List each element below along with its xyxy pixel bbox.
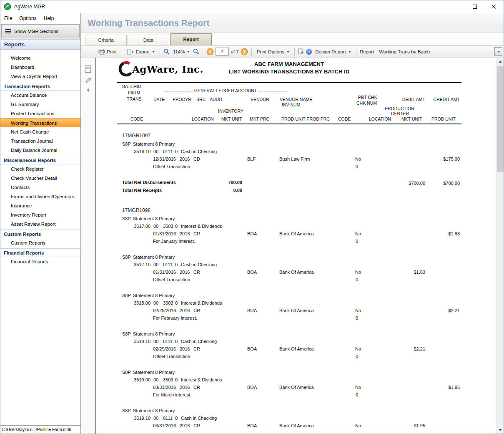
print-options-button[interactable]: Print Options xyxy=(255,48,291,55)
close-icon xyxy=(491,4,496,9)
sidebar-item-daily-balance-journal[interactable]: Daily Balance Journal xyxy=(0,146,80,155)
sidebar-item-check-register[interactable]: Check Register xyxy=(0,164,80,174)
prt-chk-flag: No xyxy=(355,346,361,351)
trans-date: 02/29/2016 xyxy=(153,308,176,313)
minimize-button[interactable] xyxy=(446,0,465,13)
export-label: Export xyxy=(136,49,150,54)
vertical-scrollbar[interactable] xyxy=(496,58,504,434)
close-button[interactable] xyxy=(484,0,504,13)
sidebar-item-financial-reports[interactable]: Financial Reports xyxy=(0,257,80,266)
tab-data[interactable]: Data xyxy=(128,35,169,45)
src-code: CD xyxy=(193,156,200,161)
vendor-code: BOA xyxy=(247,385,257,390)
trans-date: 03/31/2016 xyxy=(153,423,176,428)
menu-options[interactable]: Options xyxy=(19,15,36,21)
collapse-panel-icon[interactable] xyxy=(87,88,89,92)
menu-file[interactable]: File xyxy=(4,15,12,21)
sidebar-item-gl-summary[interactable]: GL Summary xyxy=(0,100,80,109)
current-page-input[interactable]: 4 xyxy=(216,48,229,56)
sidebar-item-contacts[interactable]: Contacts xyxy=(0,183,80,192)
gl-description: Cash in Checking xyxy=(181,416,217,421)
printer-icon xyxy=(98,49,105,55)
sidebar-item-dashboard[interactable]: Dashboard xyxy=(0,63,80,72)
report-row: S8PStatement 8 Primary xyxy=(98,370,496,377)
report-selector-combo[interactable]: Working Trans by Batch xyxy=(376,47,502,56)
page-export-icon[interactable] xyxy=(298,48,304,55)
pen-icon[interactable] xyxy=(85,77,91,83)
print-button[interactable]: Print xyxy=(97,48,118,56)
sidebar-item-posted-transactions[interactable]: Posted Transactions xyxy=(0,109,80,118)
vendor-name: Bank Of America xyxy=(279,270,314,275)
menu-help[interactable]: Help xyxy=(44,15,54,21)
toolbar-separator xyxy=(160,48,160,56)
export-button[interactable]: Export xyxy=(125,48,156,56)
sidebar-item-custom-reports[interactable]: Custom Reports xyxy=(0,238,80,247)
trans-number: 3517.00 xyxy=(118,224,150,229)
sidebar-item-view-a-crystal-report[interactable]: View a Crystal Report xyxy=(0,72,80,81)
trans-date: 01/31/2016 xyxy=(153,231,176,236)
report-body: 17MGR1097S8PStatement 8 Primary3516.1000… xyxy=(98,124,496,434)
prod-year: 2016 xyxy=(180,156,190,161)
sidebar-item-asset-review-report[interactable]: Asset Review Report xyxy=(0,220,80,229)
main-area: Working Transactions Report Criteria Dat… xyxy=(81,13,504,434)
report-row: 3516.100001110Cash in Checking xyxy=(98,149,496,156)
src-code: CR xyxy=(193,231,200,236)
report-row: 03/31/20162016CRBOABank Of AmericaNo$1.9… xyxy=(98,423,496,431)
report-viewer: AgWare, Inc. ABC FARM MANAGEMENT LIST WO… xyxy=(81,58,504,434)
trans-note: For March interest. xyxy=(153,392,191,397)
report-selector-value: Working Trans by Batch xyxy=(376,49,430,54)
statement-name: Statement 8 Primary xyxy=(133,216,175,221)
gl-code: 3503 xyxy=(163,377,173,382)
prt-chk-flag: No xyxy=(355,156,361,161)
statement-code: S8P xyxy=(122,255,131,260)
sidebar-item-net-cash-change[interactable]: Net Cash Change xyxy=(0,127,80,136)
vendor-code: BOA xyxy=(247,270,257,275)
scrollbar-thumb[interactable] xyxy=(497,66,504,172)
report-selector-dropdown-button[interactable] xyxy=(494,47,502,56)
maximize-icon xyxy=(473,5,477,9)
statement-code: S8P xyxy=(122,141,131,146)
sidebar-item-inventory-report[interactable]: Inventory Report xyxy=(0,210,80,220)
credit-amount: $1.95 xyxy=(418,385,460,390)
tab-report[interactable]: Report xyxy=(170,33,212,45)
batch-id: 17MGR1098 xyxy=(122,207,150,213)
gl-description: Interest & Dividends xyxy=(181,377,222,382)
design-report-label: Design Report xyxy=(315,49,346,54)
col-mkt-unit-1: MKT UNIT xyxy=(221,116,242,121)
info-circle-icon[interactable] xyxy=(306,49,312,55)
previous-page-button[interactable] xyxy=(206,48,214,56)
page-thumbnail-icon[interactable] xyxy=(85,66,91,73)
zoom-out-magnifier-icon[interactable] xyxy=(163,48,170,55)
statement-code: S8P xyxy=(122,293,131,298)
audit-flag: 0 xyxy=(175,377,178,382)
next-page-button[interactable] xyxy=(241,48,248,56)
sidebar-item-insurance[interactable]: Insurance xyxy=(0,201,80,210)
show-mgr-sections-button[interactable]: Show MGR Sections xyxy=(1,24,80,38)
col-code-2: CODE xyxy=(338,116,351,121)
vendor-code: BOA xyxy=(247,308,257,313)
gl-description: Interest & Dividends xyxy=(181,300,222,305)
sidebar-item-check-voucher-detail[interactable]: Check Voucher Detail xyxy=(0,174,80,183)
hamburger-icon xyxy=(5,29,11,33)
export-arrow-icon xyxy=(127,49,134,55)
col-farm: FARM xyxy=(128,90,140,95)
prod-year: 2016 xyxy=(180,231,190,236)
minimize-icon xyxy=(454,7,458,7)
report-row: 0For February interest. xyxy=(98,315,496,323)
statement-code: S8P xyxy=(122,370,131,375)
window-titlebar: AgWare MGR xyxy=(0,0,504,13)
tab-criteria[interactable]: Criteria xyxy=(85,35,127,45)
sidebar-item-farms-and-owners-operators[interactable]: Farms and Owners/Operators xyxy=(0,192,80,201)
zoom-in-magnifier-icon[interactable] xyxy=(193,48,199,55)
scroll-down-button[interactable] xyxy=(497,426,504,434)
sidebar-item-account-balance[interactable]: Account Balance xyxy=(0,91,80,100)
debit-amount: $1.95 xyxy=(384,423,425,428)
maximize-button[interactable] xyxy=(465,0,484,13)
sidebar-item-transaction-journal[interactable]: Transaction Journal xyxy=(0,136,80,146)
scroll-up-button[interactable] xyxy=(497,58,504,65)
sidebar-item-working-transactions[interactable]: Working Transactions xyxy=(0,118,80,127)
gl-code: 3503 xyxy=(163,224,173,229)
design-report-button[interactable]: Design Report xyxy=(313,48,353,55)
zoom-level-combo[interactable]: 114% xyxy=(171,48,192,55)
sidebar-item-welcome[interactable]: Welcome xyxy=(0,53,80,63)
